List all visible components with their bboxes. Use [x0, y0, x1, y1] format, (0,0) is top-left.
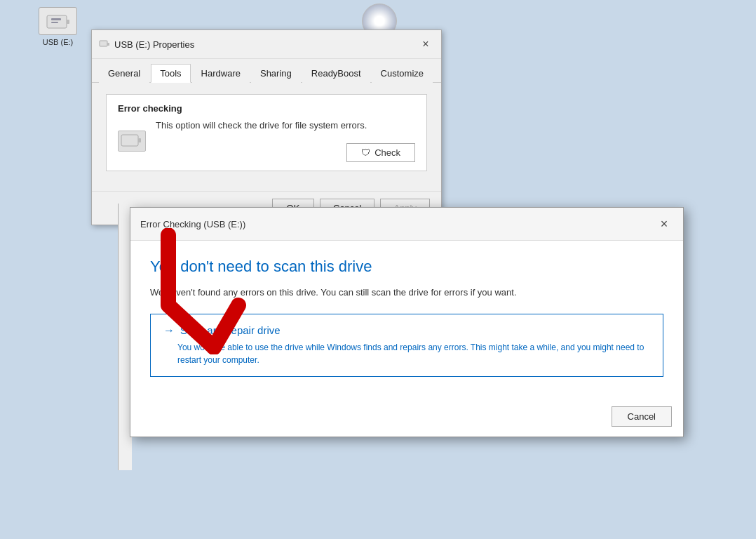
titlebar-left: USB (E:) Properties	[99, 39, 194, 50]
properties-title-text: USB (E:) Properties	[114, 39, 194, 50]
svg-rect-2	[51, 18, 61, 20]
properties-titlebar: USB (E:) Properties ×	[92, 30, 441, 59]
properties-tabs-bar: General Tools Hardware Sharing ReadyBoos…	[92, 59, 441, 83]
tab-customize[interactable]: Customize	[372, 64, 433, 83]
modal-footer: Cancel	[130, 399, 683, 437]
tab-general[interactable]: General	[99, 64, 149, 83]
tab-hardware[interactable]: Hardware	[192, 64, 250, 83]
usb-drive-icon-area: USB (E:)	[39, 7, 77, 46]
properties-title-icon	[99, 39, 110, 50]
modal-cancel-button[interactable]: Cancel	[612, 406, 672, 427]
modal-title-text: Error Checking (USB (E:))	[140, 219, 245, 229]
svg-rect-7	[138, 138, 141, 142]
svg-rect-3	[51, 22, 58, 23]
error-checking-modal: Error Checking (USB (E:)) × You don't ne…	[130, 207, 684, 437]
modal-content: You don't need to scan this drive We hav…	[130, 241, 683, 399]
scan-option-title: → Scan and repair drive	[163, 324, 650, 337]
scan-repair-option[interactable]: → Scan and repair drive You won't be abl…	[150, 314, 663, 377]
modal-close-button[interactable]: ×	[655, 215, 673, 233]
usb-drive-icon	[39, 7, 77, 35]
check-button[interactable]: 🛡 Check	[346, 143, 415, 162]
error-checking-description: This option will check the drive for fil…	[156, 119, 415, 132]
check-btn-label: Check	[374, 147, 400, 158]
svg-rect-5	[107, 43, 109, 46]
usb-properties-dialog: USB (E:) Properties × General Tools Hard…	[91, 29, 442, 225]
error-checking-section: Error checking This option will check th…	[106, 94, 427, 171]
modal-titlebar: Error Checking (USB (E:)) ×	[130, 208, 683, 241]
properties-content: Error checking This option will check th…	[92, 83, 441, 191]
usb-drive-small-icon	[118, 131, 146, 152]
shield-icon: 🛡	[361, 147, 370, 158]
tab-readyboost[interactable]: ReadyBoost	[302, 64, 370, 83]
modal-heading: You don't need to scan this drive	[150, 258, 663, 276]
modal-description: We haven't found any errors on this driv…	[150, 286, 663, 300]
properties-close-button[interactable]: ×	[417, 36, 434, 53]
svg-rect-1	[67, 20, 69, 24]
error-checking-title: Error checking	[118, 103, 415, 114]
error-checking-inner: This option will check the drive for fil…	[118, 119, 415, 162]
check-button-row: 🛡 Check	[156, 138, 415, 162]
tab-tools[interactable]: Tools	[151, 64, 190, 83]
usb-label: USB (E:)	[43, 38, 73, 46]
tab-sharing[interactable]: Sharing	[251, 64, 301, 83]
arrow-right-icon: →	[163, 324, 175, 337]
svg-rect-4	[100, 41, 107, 46]
scan-option-label: Scan and repair drive	[180, 324, 281, 336]
scan-option-description: You won't be able to use the drive while…	[163, 341, 650, 366]
svg-rect-6	[121, 135, 138, 146]
